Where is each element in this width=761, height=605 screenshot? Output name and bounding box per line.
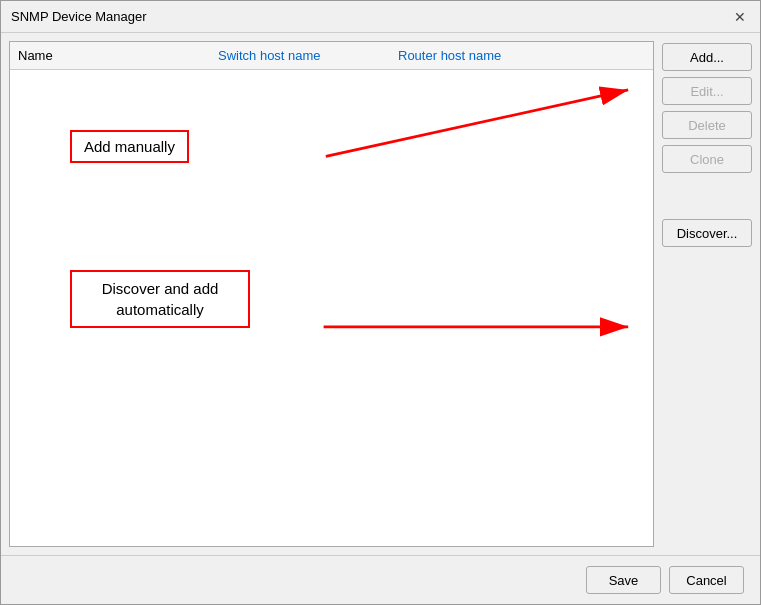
discover-button[interactable]: Discover... <box>662 219 752 247</box>
add-button[interactable]: Add... <box>662 43 752 71</box>
col-switch-header: Switch host name <box>218 48 398 63</box>
col-name-header: Name <box>18 48 218 63</box>
footer: Save Cancel <box>1 555 760 604</box>
title-bar: SNMP Device Manager ✕ <box>1 1 760 33</box>
edit-button[interactable]: Edit... <box>662 77 752 105</box>
table-header: Name Switch host name Router host name <box>10 42 653 70</box>
delete-button[interactable]: Delete <box>662 111 752 139</box>
table-body: Add manually Discover and add automatica… <box>10 70 653 546</box>
snmp-device-manager-window: SNMP Device Manager ✕ Name Switch host n… <box>0 0 761 605</box>
sidebar-buttons: Add... Edit... Delete Clone Discover... <box>662 41 752 547</box>
window-title: SNMP Device Manager <box>11 9 147 24</box>
device-table: Name Switch host name Router host name A… <box>9 41 654 547</box>
main-content: Name Switch host name Router host name A… <box>1 33 760 555</box>
cancel-button[interactable]: Cancel <box>669 566 744 594</box>
discover-annotation: Discover and add automatically <box>70 270 250 328</box>
clone-button[interactable]: Clone <box>662 145 752 173</box>
save-button[interactable]: Save <box>586 566 661 594</box>
add-manually-annotation: Add manually <box>70 130 189 163</box>
col-router-header: Router host name <box>398 48 645 63</box>
svg-line-1 <box>326 90 628 156</box>
close-button[interactable]: ✕ <box>730 7 750 27</box>
